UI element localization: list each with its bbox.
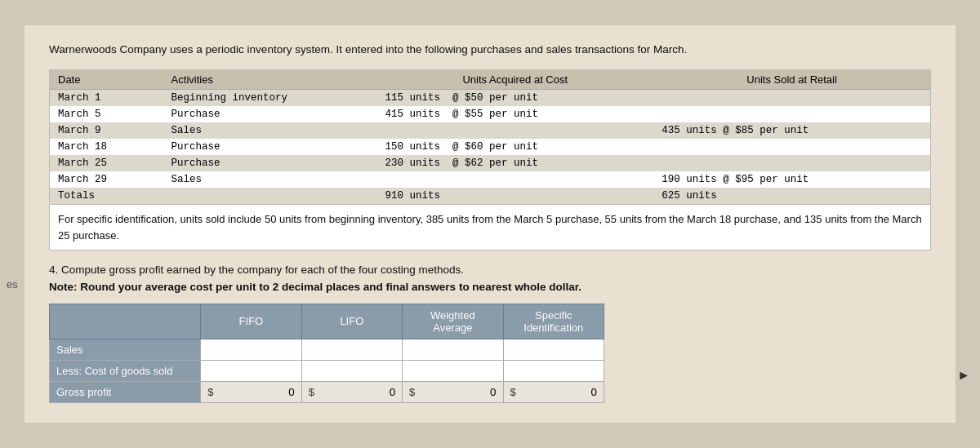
row-label-gross-profit: Gross profit — [50, 381, 201, 402]
gp-wavg-cell: $ — [403, 381, 503, 402]
arrow-right-icon: ► — [957, 368, 970, 383]
cell-date: March 9 — [50, 122, 163, 139]
sales-specific-input[interactable] — [503, 339, 604, 360]
col-header-units-acquired: Units Acquired at Cost — [376, 70, 653, 90]
sales-fifo-input[interactable] — [201, 339, 301, 360]
section4-note: Note: Round your average cost per unit t… — [49, 281, 581, 293]
cell-units-acquired: 150 units @ $60 per unit — [376, 139, 653, 155]
cell-units-sold — [653, 155, 930, 171]
identification-note: For specific identification, units sold … — [50, 204, 930, 250]
table-row: Less: Cost of goods sold — [50, 360, 604, 381]
cell-units-acquired — [376, 171, 653, 188]
col-header-empty — [50, 304, 201, 339]
cell-units-acquired: 115 units @ $50 per unit — [376, 90, 653, 107]
cell-date: March 18 — [50, 139, 163, 155]
cell-units-acquired: 230 units @ $62 per unit — [376, 155, 653, 171]
sales-specific-field[interactable] — [510, 344, 597, 356]
gp-fifo-cell: $ — [201, 381, 301, 402]
es-label: es — [7, 278, 18, 291]
table-row-totals: Totals 910 units 625 units — [50, 188, 930, 204]
inventory-table-section: Date Activities Units Acquired at Cost U… — [49, 69, 931, 251]
section4-title: 4. Compute gross profit earned by the co… — [49, 262, 931, 295]
cell-activity — [163, 188, 377, 204]
cell-units-sold: 190 units @ $95 per unit — [653, 171, 930, 188]
gp-specific-field[interactable] — [519, 386, 597, 398]
row-label-cogs: Less: Cost of goods sold — [50, 360, 201, 381]
costing-table-wrapper: FIFO LIFO Weighted Average Specific Iden… — [49, 304, 931, 403]
col-header-units-sold: Units Sold at Retail — [653, 70, 930, 90]
cell-activity: Sales — [163, 171, 377, 188]
cogs-lifo-field[interactable] — [309, 365, 395, 377]
gp-fifo-field[interactable] — [216, 386, 294, 398]
dollar-sign-lifo: $ — [309, 386, 314, 398]
col-header-fifo: FIFO — [201, 304, 301, 339]
table-row: March 1 Beginning inventory 115 units @ … — [50, 90, 930, 107]
section4: 4. Compute gross profit earned by the co… — [49, 262, 931, 403]
cell-date: March 25 — [50, 155, 163, 171]
cell-units-sold — [653, 90, 930, 107]
section4-title-text: 4. Compute gross profit earned by the co… — [49, 264, 464, 276]
table-row: March 25 Purchase 230 units @ $62 per un… — [50, 155, 930, 171]
sales-lifo-input[interactable] — [301, 339, 402, 360]
cell-units-acquired — [376, 122, 653, 139]
inventory-table: Date Activities Units Acquired at Cost U… — [50, 70, 930, 204]
table-row: March 9 Sales 435 units @ $85 per unit — [50, 122, 930, 139]
cell-activity: Purchase — [163, 106, 377, 122]
gp-wavg-field[interactable] — [418, 386, 496, 398]
gp-lifo-cell: $ — [301, 381, 402, 402]
cogs-wavg-field[interactable] — [409, 365, 496, 377]
col-header-lifo: LIFO — [301, 304, 402, 339]
cell-units-sold — [653, 106, 930, 122]
costing-table: FIFO LIFO Weighted Average Specific Iden… — [49, 304, 604, 403]
cogs-wavg-input[interactable] — [403, 360, 503, 381]
cell-units-sold-total: 625 units — [653, 188, 930, 204]
cell-units-sold: 435 units @ $85 per unit — [653, 122, 930, 139]
cell-activity: Purchase — [163, 155, 377, 171]
cell-date: March 5 — [50, 106, 163, 122]
cogs-specific-input[interactable] — [503, 360, 604, 381]
col-header-date: Date — [50, 70, 163, 90]
cell-activity: Purchase — [163, 139, 377, 155]
intro-paragraph: Warnerwoods Company uses a periodic inve… — [49, 42, 931, 58]
sales-wavg-input[interactable] — [403, 339, 503, 360]
cell-date: Totals — [50, 188, 163, 204]
gp-specific-cell: $ — [503, 381, 604, 402]
cogs-specific-field[interactable] — [510, 365, 597, 377]
row-label-sales: Sales — [50, 339, 201, 360]
table-row: March 18 Purchase 150 units @ $60 per un… — [50, 139, 930, 155]
sales-fifo-field[interactable] — [207, 344, 294, 356]
cogs-fifo-field[interactable] — [207, 365, 294, 377]
cogs-lifo-input[interactable] — [301, 360, 402, 381]
table-row-gross-profit: Gross profit $ $ — [50, 381, 604, 402]
cell-units-sold — [653, 139, 930, 155]
dollar-sign-wavg: $ — [409, 386, 415, 398]
dollar-sign-specific: $ — [510, 386, 516, 398]
cell-activity: Sales — [163, 122, 377, 139]
col-header-activities: Activities — [163, 70, 377, 90]
table-row: March 5 Purchase 415 units @ $55 per uni… — [50, 106, 930, 122]
table-row: March 29 Sales 190 units @ $95 per unit — [50, 171, 930, 188]
table-row: Sales — [50, 339, 604, 360]
sales-lifo-field[interactable] — [309, 344, 395, 356]
cell-date: March 1 — [50, 90, 163, 107]
cogs-fifo-input[interactable] — [201, 360, 301, 381]
cell-units-total: 910 units — [376, 188, 653, 204]
cell-activity: Beginning inventory — [163, 90, 377, 107]
sales-wavg-field[interactable] — [409, 344, 496, 356]
cell-units-acquired: 415 units @ $55 per unit — [376, 106, 653, 122]
dollar-sign-fifo: $ — [207, 386, 213, 398]
col-header-weighted-avg: Weighted Average — [403, 304, 503, 339]
col-header-specific-id: Specific Identification — [503, 304, 604, 339]
gp-lifo-field[interactable] — [318, 386, 395, 398]
cell-date: March 29 — [50, 171, 163, 188]
